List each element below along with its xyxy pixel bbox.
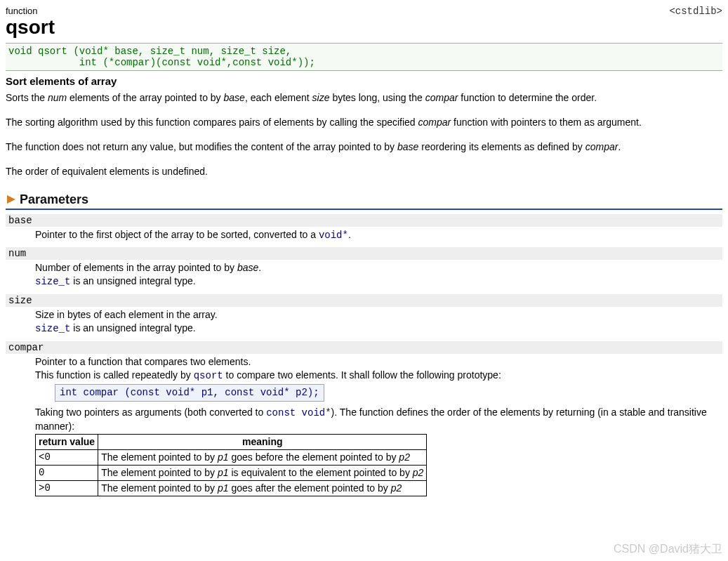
param-ref-compar: compar — [418, 117, 451, 128]
summary-p1: Sorts the num elements of the array poin… — [6, 91, 722, 105]
param-ref-num: num — [48, 92, 67, 103]
text: reordering its elements as defined by — [418, 141, 585, 152]
text: The function does not return any value, … — [6, 141, 397, 152]
triangle-icon — [7, 195, 15, 204]
param-name-size: size — [6, 294, 722, 307]
include-header: <cstdlib> — [669, 6, 722, 17]
section-title-bar: Parameters — [6, 192, 722, 210]
code-void-ptr: void* — [319, 230, 348, 241]
text: The element pointed to by — [101, 451, 218, 463]
param-ref-base: base — [224, 92, 245, 103]
param-desc-num: Number of elements in the array pointed … — [35, 260, 722, 290]
table-row: 0 The element pointed to by p1 is equiva… — [36, 466, 427, 481]
code-const-void-ptr: const void* — [266, 407, 331, 418]
text: , each element — [245, 92, 312, 103]
cell-meaning: The element pointed to by p1 goes before… — [98, 450, 427, 466]
text: goes before the element pointed to by — [229, 451, 399, 463]
text: function with pointers to them as argume… — [451, 117, 642, 128]
text: Sorts the — [6, 92, 48, 103]
summary-p2: The sorting algorithm used by this funct… — [6, 116, 722, 129]
param-ref-p1: p1 — [218, 482, 229, 494]
param-ref-p2: p2 — [413, 467, 424, 478]
text: Pointer to the first object of the array… — [35, 229, 319, 240]
param-ref-compar: compar — [585, 141, 618, 152]
col-return-value: return value — [36, 435, 98, 450]
type-link-size-t[interactable]: size_t — [35, 276, 70, 287]
cell-value: 0 — [36, 466, 98, 481]
function-signature: void qsort (void* base, size_t num, size… — [6, 43, 722, 71]
text: This function is called repeatedly by — [35, 369, 194, 381]
param-desc-compar: Pointer to a function that compares two … — [35, 354, 722, 498]
text: The sorting algorithm used by this funct… — [6, 117, 418, 128]
text: is equivalent to the element pointed to … — [229, 467, 413, 478]
section-parameters: Parameters base Pointer to the first obj… — [6, 192, 722, 498]
table-row: <0 The element pointed to by p1 goes bef… — [36, 450, 427, 466]
param-ref-p2: p2 — [399, 451, 410, 463]
text: is an unsigned integral type. — [70, 275, 195, 286]
return-value-table: return value meaning <0 The element poin… — [35, 434, 427, 496]
table-header-row: return value meaning — [36, 435, 427, 450]
text: The element pointed to by — [101, 482, 218, 494]
param-ref-p2: p2 — [391, 482, 402, 494]
cell-meaning: The element pointed to by p1 goes after … — [98, 481, 427, 496]
param-name-compar: compar — [6, 341, 722, 354]
text: . — [618, 141, 621, 152]
col-meaning: meaning — [98, 435, 427, 450]
text: bytes long, using the — [330, 92, 425, 103]
section-title: Parameters — [20, 192, 88, 207]
text: . — [258, 262, 261, 273]
text: Number of elements in the array pointed … — [35, 262, 237, 273]
text: to compare two elements. It shall follow… — [223, 369, 501, 381]
text: The element pointed to by — [101, 467, 218, 478]
type-link-size-t[interactable]: size_t — [35, 323, 70, 334]
param-desc-base: Pointer to the first object of the array… — [35, 227, 722, 244]
summary-heading: Sort elements of array — [6, 75, 722, 87]
table-row: >0 The element pointed to by p1 goes aft… — [36, 481, 427, 496]
text: Pointer to a function that compares two … — [35, 356, 251, 367]
text: Size in bytes of each element in the arr… — [35, 309, 218, 320]
text: is an unsigned integral type. — [70, 322, 195, 334]
param-name-num: num — [6, 247, 722, 260]
text: . — [348, 229, 351, 240]
code-qsort: qsort — [194, 370, 223, 381]
param-ref-base: base — [397, 141, 418, 152]
header: function qsort <cstdlib> — [6, 6, 722, 41]
header-left: function qsort — [6, 6, 55, 41]
text: goes after the element pointed to by — [229, 482, 391, 494]
param-ref-p1: p1 — [218, 451, 229, 463]
param-ref-p1: p1 — [218, 467, 229, 478]
summary-p3: The function does not return any value, … — [6, 140, 722, 154]
param-ref-base: base — [237, 262, 258, 273]
param-ref-compar: compar — [425, 92, 458, 103]
page-title: qsort — [6, 16, 55, 39]
cell-meaning: The element pointed to by p1 is equivale… — [98, 466, 427, 481]
text: Taking two pointers as arguments (both c… — [35, 407, 266, 418]
compar-prototype: int compar (const void* p1, const void* … — [55, 384, 324, 402]
cell-value: >0 — [36, 481, 98, 496]
param-desc-size: Size in bytes of each element in the arr… — [35, 307, 722, 337]
cell-value: <0 — [36, 450, 98, 466]
summary-p4: The order of equivalent elements is unde… — [6, 165, 722, 178]
param-ref-size: size — [312, 92, 330, 103]
text: function to determine the order. — [458, 92, 597, 103]
kind-label: function — [6, 6, 55, 16]
param-name-base: base — [6, 214, 722, 227]
text: elements of the array pointed to by — [67, 92, 223, 103]
